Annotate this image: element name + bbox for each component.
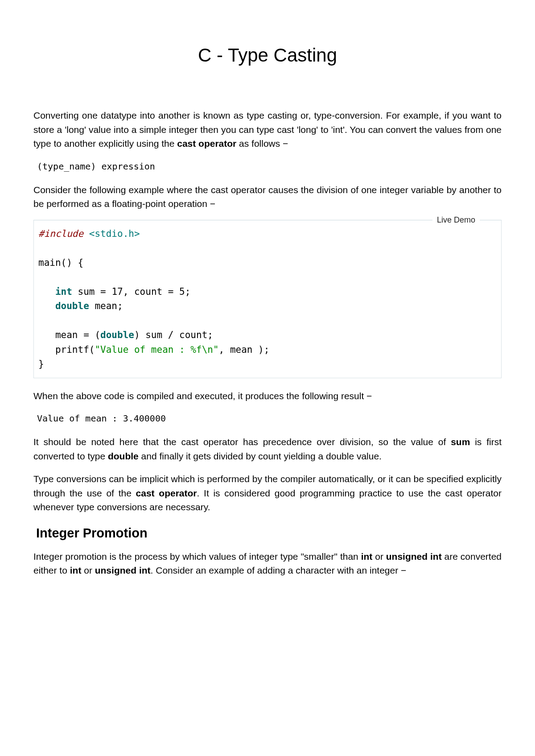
para6-bold-uint-2: unsigned int: [95, 565, 151, 575]
code-kw-int: int: [55, 286, 72, 297]
intro-bold-cast: cast operator: [177, 138, 236, 149]
intro-paragraph: Converting one datatype into another is …: [33, 108, 502, 151]
code-header: <stdio.h>: [89, 228, 140, 239]
code-mean-assign-1: mean = (: [38, 330, 100, 340]
para6-text-4: or: [81, 565, 95, 575]
para6-bold-int-1: int: [361, 551, 373, 562]
para6-text-1: Integer promotion is the process by whic…: [33, 551, 361, 562]
code-preproc: #include: [38, 228, 89, 239]
page-title: C - Type Casting: [33, 45, 502, 66]
code-mean-assign-2: ) sum / count;: [134, 330, 213, 340]
example-intro-paragraph: Consider the following example where the…: [33, 183, 502, 211]
code-indent: [38, 286, 55, 297]
para4-text-3: and finally it gets divided by count yie…: [139, 451, 382, 461]
para6-text-2: or: [372, 551, 386, 562]
output-code: Value of mean : 3.400000: [37, 412, 502, 425]
para4-bold-double: double: [108, 451, 139, 461]
result-intro-paragraph: When the above code is compiled and exec…: [33, 389, 502, 403]
integer-promotion-paragraph: Integer promotion is the process by whic…: [33, 549, 502, 578]
code-kw-double-cast: double: [100, 330, 134, 340]
code-close-brace: }: [38, 359, 44, 369]
code-listing: #include <stdio.h> main() { int sum = 17…: [38, 227, 497, 372]
code-sum-decl: sum = 17, count = 5;: [72, 286, 191, 297]
live-demo-link[interactable]: Live Demo: [432, 215, 480, 225]
code-kw-double: double: [55, 301, 89, 311]
para6-bold-int-2: int: [70, 565, 82, 575]
para4-text-1: It should be noted here that the cast op…: [33, 437, 451, 447]
code-example-block: Live Demo #include <stdio.h> main() { in…: [33, 220, 502, 378]
code-mean-decl: mean;: [89, 301, 123, 311]
intro-text-2: as follows −: [236, 138, 288, 149]
code-string: "Value of mean : %f\n": [95, 344, 218, 355]
code-indent: [38, 301, 55, 311]
code-printf-1: printf(: [38, 344, 95, 355]
para4-bold-sum: sum: [451, 437, 470, 447]
syntax-code: (type_name) expression: [37, 160, 502, 173]
precedence-paragraph: It should be noted here that the cast op…: [33, 435, 502, 463]
para5-bold-cast: cast operator: [136, 488, 197, 498]
para6-text-5: . Consider an example of adding a charac…: [151, 565, 407, 575]
code-main-decl: main() {: [38, 257, 83, 268]
code-printf-2: , mean );: [219, 344, 270, 355]
implicit-paragraph: Type conversions can be implicit which i…: [33, 472, 502, 514]
para6-bold-uint-1: unsigned int: [386, 551, 442, 562]
section-heading-integer-promotion: Integer Promotion: [36, 526, 502, 541]
